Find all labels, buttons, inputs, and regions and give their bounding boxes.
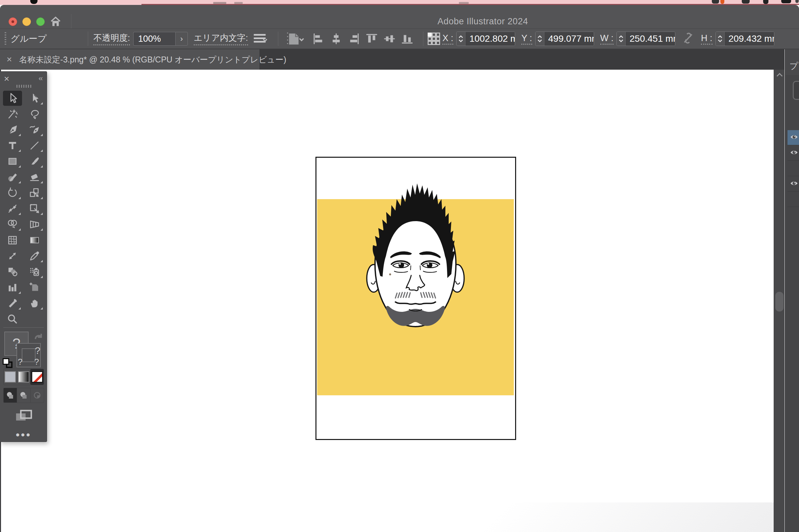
h-stepper[interactable] <box>716 32 725 46</box>
pen-tool[interactable] <box>3 122 22 137</box>
cartoon-face-illustration[interactable] <box>365 178 466 332</box>
hand-tool[interactable] <box>25 296 44 311</box>
x-stepper[interactable] <box>457 32 466 46</box>
gradient-tool[interactable] <box>25 233 44 248</box>
canvas-area[interactable] <box>0 70 774 532</box>
y-value-input[interactable]: 499.077 mm <box>544 32 594 46</box>
flyout-indicator <box>18 150 21 152</box>
w-label[interactable]: W : <box>600 33 614 45</box>
free-transform-tool[interactable] <box>25 201 44 216</box>
panel-grip[interactable] <box>5 32 6 45</box>
eyedropper-tool[interactable] <box>25 248 44 264</box>
scrollbar-thumb[interactable] <box>775 292 783 311</box>
mesh-tool[interactable] <box>3 233 22 248</box>
artboard-options-icon[interactable] <box>284 32 305 46</box>
paintbrush-tool-icon <box>29 156 40 167</box>
paintbrush-tool[interactable] <box>25 154 44 169</box>
symbols-tool[interactable] <box>3 264 22 279</box>
constrain-proportions-icon[interactable] <box>682 32 695 46</box>
panel-grip-dots[interactable] <box>16 85 32 88</box>
artboard[interactable] <box>315 157 516 440</box>
eraser-tool[interactable] <box>25 170 44 185</box>
line-segment-tool[interactable] <box>25 138 44 153</box>
w-value-input[interactable]: 250.451 mm <box>625 32 675 46</box>
document-tab[interactable]: × 名称未設定-3.png* @ 20.48 % (RGB/CPU オーバープリ… <box>0 49 260 70</box>
tab-close-icon[interactable]: × <box>6 54 12 65</box>
column-graph-tool[interactable] <box>3 280 22 295</box>
unknown-mark: ? <box>18 357 22 367</box>
align-middle-vertical-icon[interactable] <box>383 32 396 45</box>
type-tool[interactable] <box>3 138 22 153</box>
pencil-tool[interactable] <box>3 170 22 185</box>
reference-point-icon[interactable] <box>427 32 441 46</box>
color-fill-button[interactable] <box>4 369 17 385</box>
layer-visibility-eye-icon[interactable] <box>789 179 799 189</box>
rectangle-tool[interactable] <box>3 154 22 169</box>
slice-tool[interactable] <box>3 296 22 311</box>
curvature-tool[interactable] <box>25 122 44 137</box>
symbol-sprayer-tool[interactable] <box>25 264 44 279</box>
gradient-fill-button[interactable] <box>17 369 31 385</box>
y-stepper[interactable] <box>535 32 544 46</box>
layer-row[interactable] <box>787 146 799 161</box>
area-type-label[interactable]: エリア内文字: <box>194 32 248 45</box>
change-screen-mode-icon[interactable] <box>15 410 32 422</box>
text-options-menu-icon[interactable] <box>253 33 270 45</box>
vertical-scrollbar[interactable] <box>774 70 784 532</box>
status-icon <box>712 0 719 4</box>
opacity-input[interactable]: 100% <box>133 32 175 46</box>
none-fill-button[interactable] <box>30 369 44 385</box>
blend-tool[interactable] <box>3 248 22 264</box>
more-tools-button[interactable]: ••• <box>0 429 47 441</box>
layer-row[interactable] <box>787 176 799 192</box>
x-value-input[interactable]: 1002.802 mm <box>466 32 515 46</box>
swap-fill-stroke-icon[interactable] <box>34 332 44 342</box>
document-tab-bar: × 名称未設定-3.png* @ 20.48 % (RGB/CPU オーバープリ… <box>0 49 784 70</box>
align-center-horizontal-icon[interactable] <box>330 32 343 45</box>
scroll-up-icon[interactable] <box>776 72 783 78</box>
status-icon <box>795 0 799 3</box>
panel-close-icon[interactable]: × <box>4 74 9 84</box>
h-label[interactable]: H : <box>701 33 712 45</box>
artboard-tool[interactable] <box>25 280 44 295</box>
selection-tool[interactable] <box>3 91 22 106</box>
draw-normal-button[interactable] <box>4 388 17 402</box>
direct-selection-tool[interactable] <box>25 91 44 106</box>
align-top-icon[interactable] <box>365 32 378 45</box>
scale-tool[interactable] <box>25 185 44 201</box>
shape-builder-tool[interactable] <box>3 217 22 232</box>
zoom-tool[interactable] <box>3 311 22 327</box>
hand-tool-icon <box>29 298 40 309</box>
opacity-label[interactable]: 不透明度: <box>93 32 130 45</box>
zoom-window-button[interactable] <box>36 17 45 26</box>
align-bottom-icon[interactable] <box>401 32 414 45</box>
panel-collapse-icon[interactable]: ‹‹ <box>38 74 42 83</box>
layer-visibility-eye-icon[interactable] <box>789 133 799 142</box>
h-value-input[interactable]: 209.432 mm <box>725 32 774 46</box>
x-label[interactable]: X : <box>442 33 453 45</box>
home-icon[interactable] <box>50 16 61 27</box>
perspective-grid-tool[interactable] <box>25 217 44 232</box>
y-label[interactable]: Y : <box>521 33 532 45</box>
align-right-icon[interactable] <box>347 32 361 45</box>
w-stepper[interactable] <box>617 32 625 46</box>
rotate-tool[interactable] <box>3 185 22 201</box>
minimize-window-button[interactable] <box>22 17 31 26</box>
draw-inside-button[interactable] <box>31 388 44 402</box>
layer-row[interactable] <box>787 161 799 176</box>
properties-panel-title-fragment[interactable]: プ <box>789 60 798 72</box>
layer-row[interactable] <box>787 130 799 145</box>
opacity-dropdown-button[interactable]: › <box>175 32 188 46</box>
flyout-indicator <box>40 307 43 309</box>
h-field-group: H :209.432 mm <box>701 32 774 46</box>
close-window-button[interactable] <box>8 17 17 26</box>
magic-wand-tool[interactable] <box>3 107 22 121</box>
layer-visibility-eye-icon[interactable] <box>789 149 799 158</box>
align-left-icon[interactable] <box>312 32 325 45</box>
perspective-grid-tool-icon <box>29 219 40 230</box>
default-fill-stroke-icon[interactable] <box>3 358 14 369</box>
lasso-tool[interactable] <box>25 107 44 121</box>
draw-behind-button[interactable] <box>17 388 31 402</box>
width-tool[interactable] <box>3 201 22 216</box>
layer-row[interactable] <box>787 192 799 207</box>
